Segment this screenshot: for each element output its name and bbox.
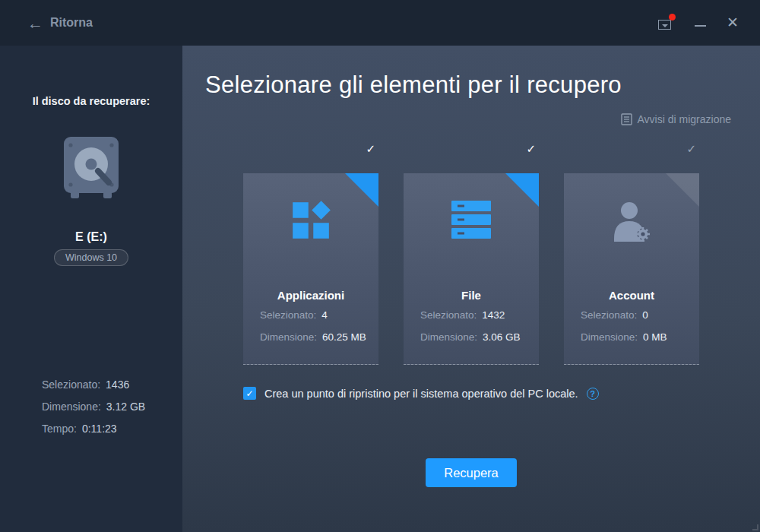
- account-icon: [613, 201, 651, 243]
- recover-button[interactable]: Recupera: [426, 458, 517, 487]
- os-badge: Windows 10: [54, 249, 128, 266]
- card-selected-row: Selezionato:4: [260, 309, 328, 321]
- sidebar-heading: Il disco da recuperare:: [0, 95, 182, 107]
- hard-disk-icon: [62, 135, 120, 202]
- tray-popup-icon: [658, 20, 671, 30]
- stat-time: Tempo:0:11:23: [42, 423, 145, 445]
- card-size-row: Dimensione:60.25 MB: [260, 331, 366, 343]
- migration-notes-link[interactable]: Avvisi di migrazione: [621, 113, 731, 125]
- restore-point-row[interactable]: ✓ Crea un punto di ripristino per il sis…: [243, 387, 599, 400]
- back-arrow-icon: ←: [27, 15, 43, 31]
- close-button[interactable]: ✕: [727, 15, 739, 30]
- resize-grip[interactable]: [752, 524, 758, 530]
- card-selected-row: Selezionato:1432: [420, 309, 505, 321]
- notes-list-icon: [621, 113, 632, 125]
- notification-dot-icon: [669, 14, 676, 21]
- minimize-button[interactable]: [695, 15, 707, 30]
- app-window: ← Ritorna ✕ Il disco da recuperare:: [0, 0, 760, 532]
- check-icon: ✓: [366, 142, 375, 156]
- card-title: File: [404, 289, 539, 302]
- sidebar-stats: Selezionato:1436 Dimensione:3.12 GB Temp…: [42, 378, 145, 445]
- files-icon: [451, 201, 491, 239]
- restore-point-checkbox[interactable]: ✓: [243, 387, 256, 400]
- sidebar: Il disco da recuperare: E (E:) Windows 1…: [0, 46, 182, 532]
- apps-icon: [291, 201, 331, 240]
- back-label: Ritorna: [50, 16, 93, 30]
- minimize-icon: [695, 25, 706, 27]
- page-title: Selezionare gli elementi per il recupero: [205, 71, 622, 99]
- back-button[interactable]: ← Ritorna: [0, 15, 93, 31]
- card-applications[interactable]: ✓ Applicazioni Selezionato:4 Dimensione:…: [243, 173, 378, 365]
- card-title: Account: [564, 289, 699, 302]
- card-files[interactable]: ✓ File Selezionato:1432 Dim: [404, 173, 539, 365]
- migration-link-label: Avvisi di migrazione: [638, 113, 731, 125]
- restore-point-label: Crea un punto di ripristino per il siste…: [264, 388, 578, 400]
- check-icon: ✓: [686, 142, 696, 156]
- main-panel: Selezionare gli elementi per il recupero…: [182, 46, 760, 532]
- disk-name: E (E:): [0, 230, 182, 244]
- stat-selected: Selezionato:1436: [42, 378, 145, 401]
- card-size-row: Dimensione:3.06 GB: [420, 331, 521, 343]
- hide-to-tray-button[interactable]: [658, 15, 675, 30]
- card-title: Applicazioni: [243, 289, 378, 302]
- help-icon[interactable]: ?: [587, 388, 599, 400]
- card-size-row: Dimensione:0 MB: [581, 331, 667, 343]
- window-controls: ✕: [658, 15, 760, 30]
- title-bar: ← Ritorna ✕: [0, 0, 760, 46]
- card-account[interactable]: ✓: [564, 173, 699, 365]
- check-icon: ✓: [526, 142, 536, 156]
- stat-size: Dimensione:3.12 GB: [42, 401, 145, 423]
- category-cards: ✓ Applicazioni Selezionato:4 Dimensione:…: [243, 173, 699, 365]
- card-selected-row: Selezionato:0: [581, 309, 648, 321]
